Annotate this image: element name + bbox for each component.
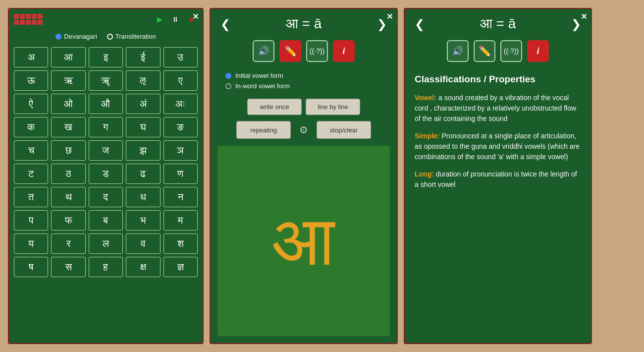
char-cell[interactable]: अ — [14, 47, 48, 67]
property-vowel: Vowel: a sound created by a vibration of… — [415, 93, 581, 124]
char-cell[interactable]: अं — [126, 94, 160, 114]
mid-close-button[interactable]: ✕ — [386, 12, 393, 21]
char-cell[interactable]: क्ष — [126, 257, 160, 277]
char-cell[interactable]: ष — [14, 257, 48, 277]
right-quiz-button[interactable]: ((·?)) — [500, 40, 522, 62]
right-pencil-button[interactable]: ✏️ — [474, 40, 495, 62]
btn-row-2: repeating ⚙ stop/clear — [211, 118, 397, 142]
stop-clear-button[interactable]: stop/clear — [317, 121, 371, 139]
char-cell[interactable]: ह — [89, 257, 123, 277]
char-cell[interactable]: ख — [51, 117, 85, 137]
mid-left-arrow[interactable]: ❮ — [220, 17, 230, 31]
char-cell[interactable]: ड — [89, 164, 123, 184]
char-cell[interactable]: ऊ — [14, 70, 48, 91]
char-cell[interactable]: ज्ञ — [163, 257, 198, 277]
char-cell[interactable]: य — [14, 234, 48, 254]
char-cell[interactable]: घ — [126, 117, 160, 137]
info-button[interactable]: i — [333, 40, 355, 62]
char-cell[interactable]: औ — [89, 94, 123, 114]
char-cell[interactable]: झ — [126, 140, 160, 161]
write-once-button[interactable]: write once — [247, 99, 302, 115]
right-content: Classifications / Properties Vowel: a so… — [405, 69, 591, 343]
pencil-button[interactable]: ✏️ — [279, 40, 301, 62]
char-cell[interactable]: थ — [51, 187, 85, 207]
play-button[interactable]: ▶ — [153, 14, 166, 25]
char-cell[interactable]: फ — [51, 210, 85, 231]
char-cell[interactable]: प — [14, 210, 48, 231]
right-info-button[interactable]: i — [527, 40, 549, 62]
char-cell[interactable]: ओ — [51, 94, 85, 114]
mid-title: आ = ā — [230, 16, 377, 32]
settings-button[interactable]: ⚙ — [295, 121, 313, 139]
line-by-line-button[interactable]: line by line — [306, 99, 360, 115]
devanagari-label: Devanagari — [64, 33, 97, 40]
char-cell[interactable]: ठ — [51, 164, 85, 184]
inword-vowel-label: In-word vowel form — [235, 82, 290, 90]
simple-label: Simple: — [415, 132, 440, 140]
transliteration-dot — [107, 34, 113, 40]
char-cell[interactable]: च — [14, 140, 48, 161]
char-cell[interactable]: ण — [163, 164, 198, 184]
inword-vowel-dot — [225, 83, 231, 89]
char-cell[interactable]: अः — [163, 94, 198, 114]
char-cell[interactable]: ब — [89, 210, 123, 231]
initial-vowel-radio[interactable]: Initial vowel form — [225, 72, 382, 79]
speaker-button[interactable]: 🔊 — [253, 40, 274, 62]
right-right-arrow[interactable]: ❯ — [571, 17, 581, 31]
char-cell[interactable]: उ — [163, 47, 198, 67]
char-cell[interactable]: भ — [126, 210, 160, 231]
devanagari-radio[interactable]: Devanagari — [55, 33, 97, 40]
repeating-button[interactable]: repeating — [236, 121, 291, 139]
char-cell[interactable]: ॠ — [89, 70, 123, 91]
char-cell[interactable]: व — [126, 234, 160, 254]
grid-cell — [14, 20, 19, 25]
devanagari-dot — [55, 34, 61, 40]
pause-button[interactable]: ⏸ — [169, 14, 182, 25]
char-cell[interactable]: ऐ — [14, 94, 48, 114]
char-cell[interactable]: ङ — [163, 117, 198, 137]
char-cell[interactable]: ल — [89, 234, 123, 254]
grid-cell — [20, 20, 25, 25]
char-cell[interactable]: इ — [89, 47, 123, 67]
char-cell[interactable]: म — [163, 210, 198, 231]
char-cell[interactable]: स — [51, 257, 85, 277]
right-close-button[interactable]: ✕ — [581, 12, 587, 21]
char-cell[interactable]: आ — [51, 47, 85, 67]
speaker-icon: 🔊 — [258, 46, 269, 57]
char-cell[interactable]: ग — [89, 117, 123, 137]
char-cell[interactable]: र — [51, 234, 85, 254]
grid-cell — [26, 14, 31, 19]
mid-header: ❮ आ = ā ❯ — [211, 9, 397, 37]
char-cell[interactable]: ई — [126, 47, 160, 67]
middle-panel: ✕ ❮ आ = ā ❯ 🔊 ✏️ ((·?)) i Initial vowel … — [210, 8, 398, 344]
char-cell[interactable]: श — [163, 234, 198, 254]
char-cell[interactable]: त — [14, 187, 48, 207]
mid-right-arrow[interactable]: ❯ — [377, 17, 387, 31]
right-speaker-button[interactable]: 🔊 — [447, 40, 469, 62]
char-cell[interactable]: ध — [126, 187, 160, 207]
char-cell[interactable]: ट — [14, 164, 48, 184]
char-cell[interactable]: ऌ — [126, 70, 160, 91]
transliteration-radio[interactable]: Transliteration — [107, 33, 156, 40]
char-cell[interactable]: न — [163, 187, 198, 207]
classifications-title: Classifications / Properties — [415, 74, 581, 85]
char-cell[interactable]: छ — [51, 140, 85, 161]
char-cell[interactable]: ज — [89, 140, 123, 161]
right-info-icon: i — [537, 46, 539, 57]
radio-row: Devanagari Transliteration — [14, 33, 198, 40]
char-cell[interactable]: द — [89, 187, 123, 207]
right-left-arrow[interactable]: ❮ — [415, 17, 425, 31]
left-panel: ▶ ⏸ ■ ✕ Devanagari Transliteration अआइईउ… — [8, 8, 204, 344]
right-icon-row: 🔊 ✏️ ((·?)) i — [405, 37, 591, 69]
left-close-button[interactable]: ✕ — [192, 12, 199, 21]
grid-cell — [26, 20, 31, 25]
inword-vowel-radio[interactable]: In-word vowel form — [225, 82, 382, 90]
grid-cell — [38, 20, 43, 25]
right-pencil-icon: ✏️ — [479, 45, 491, 57]
char-cell[interactable]: ढ — [126, 164, 160, 184]
quiz-button[interactable]: ((·?)) — [306, 40, 328, 62]
char-cell[interactable]: क — [14, 117, 48, 137]
char-cell[interactable]: ए — [163, 70, 198, 91]
char-cell[interactable]: ञ — [163, 140, 198, 161]
char-cell[interactable]: ऋ — [51, 70, 85, 91]
